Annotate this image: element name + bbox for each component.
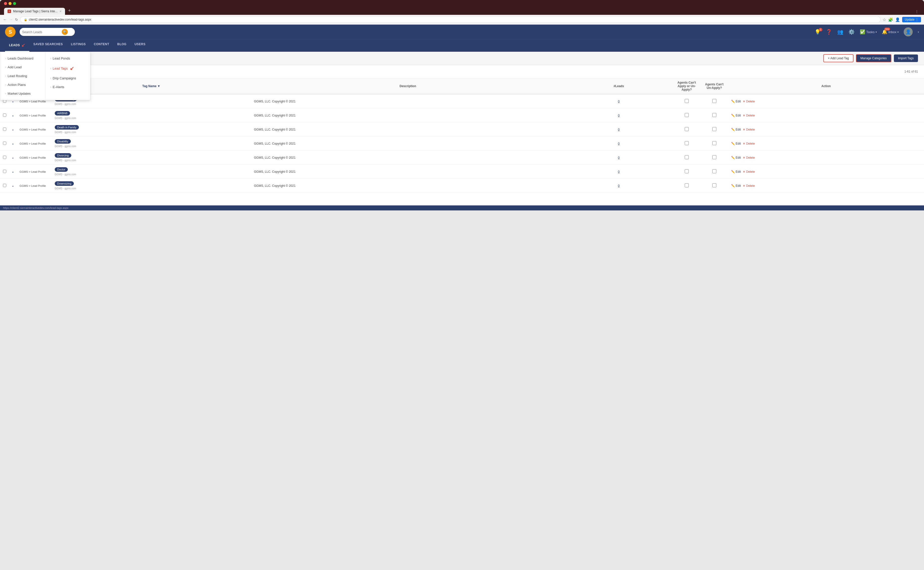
row-agents-apply-cell[interactable]	[673, 109, 700, 123]
row-agents-apply-cell[interactable]	[673, 94, 700, 109]
agents-unapply-checkbox[interactable]	[713, 99, 716, 103]
row-checkbox-cell[interactable]	[0, 179, 9, 193]
row-agents-apply-cell[interactable]	[673, 136, 700, 151]
row-checkbox-cell[interactable]	[0, 151, 9, 165]
sidebar-item-action-plans[interactable]: › Action Plans	[0, 80, 45, 89]
row-agents-unapply-cell[interactable]	[700, 165, 728, 179]
tasks-action[interactable]: ✅ Tasks ▾	[860, 29, 877, 35]
user-avatar[interactable]: 👤	[904, 28, 913, 37]
row-agents-unapply-cell[interactable]	[700, 136, 728, 151]
edit-button[interactable]: ✏️ Edit	[731, 142, 741, 146]
row-checkbox-cell[interactable]	[0, 109, 9, 123]
edit-button[interactable]: ✏️ Edit	[731, 128, 741, 131]
sidebar-item-drip-campaigns[interactable]: › Drip Campaigns	[46, 74, 90, 83]
inbox-action[interactable]: 🔔 554 Inbox ▾	[882, 29, 899, 35]
agents-unapply-checkbox[interactable]	[713, 169, 716, 173]
row-checkbox-cell[interactable]	[0, 165, 9, 179]
edit-button[interactable]: ✏️ Edit	[731, 114, 741, 117]
agents-apply-checkbox[interactable]	[685, 113, 689, 117]
leads-count[interactable]: 0	[618, 128, 620, 131]
row-leads-cell[interactable]: 0	[565, 151, 673, 165]
tab-close-icon[interactable]: ×	[60, 9, 61, 13]
row-agents-apply-cell[interactable]	[673, 123, 700, 136]
agents-unapply-checkbox[interactable]	[713, 113, 716, 117]
row-leads-cell[interactable]: 0	[565, 94, 673, 109]
row-agents-unapply-cell[interactable]	[700, 151, 728, 165]
traffic-light-red[interactable]	[4, 2, 7, 5]
leads-count[interactable]: 0	[618, 170, 620, 173]
browser-menu-icon[interactable]: ⋮	[914, 8, 920, 15]
sidebar-item-add-lead[interactable]: › Add Lead	[0, 63, 45, 72]
row-leads-cell[interactable]: 0	[565, 123, 673, 136]
header-search-box[interactable]: 🔍	[20, 28, 75, 36]
row-leads-cell[interactable]: 0	[565, 109, 673, 123]
row-agents-apply-cell[interactable]	[673, 179, 700, 193]
agents-apply-checkbox[interactable]	[685, 127, 689, 131]
row-agents-unapply-cell[interactable]	[700, 179, 728, 193]
avatar-dropdown-icon[interactable]: ▾	[918, 31, 919, 34]
row-checkbox-cell[interactable]	[0, 136, 9, 151]
help-action[interactable]: ❓	[826, 29, 832, 35]
delete-button[interactable]: ✕ Delete	[743, 156, 755, 159]
delete-button[interactable]: ✕ Delete	[743, 142, 755, 146]
lightbulb-action[interactable]: 💡 1	[815, 29, 821, 35]
edit-button[interactable]: ✏️ Edit	[731, 170, 741, 173]
nav-item-blog[interactable]: BLOG	[113, 40, 130, 52]
import-tags-button[interactable]: Import Tags	[894, 55, 918, 62]
row-leads-cell[interactable]: 0	[565, 165, 673, 179]
reload-button[interactable]: ↻	[15, 18, 18, 21]
agents-apply-checkbox[interactable]	[685, 183, 689, 187]
add-lead-tag-button[interactable]: + Add Lead Tag	[823, 54, 854, 62]
row-agents-apply-cell[interactable]	[673, 165, 700, 179]
forward-button[interactable]: →	[9, 17, 13, 22]
row-checkbox[interactable]	[3, 170, 6, 173]
delete-button[interactable]: ✕ Delete	[743, 114, 755, 117]
agents-apply-checkbox[interactable]	[685, 169, 689, 173]
sidebar-item-lead-routing[interactable]: › Lead Routing	[0, 72, 45, 80]
nav-item-listings[interactable]: LISTINGS	[67, 40, 90, 52]
browser-tab-active[interactable]: S Manage Lead Tags | Sierra Inte... ×	[4, 8, 65, 15]
nav-item-saved-searches[interactable]: SAVED SEARCHES	[29, 40, 67, 52]
agents-action[interactable]: 👥	[837, 29, 843, 35]
traffic-light-green[interactable]	[13, 2, 16, 5]
delete-button[interactable]: ✕ Delete	[743, 170, 755, 173]
traffic-light-yellow[interactable]	[9, 2, 12, 5]
nav-item-leads[interactable]: LEADS ↙	[5, 40, 29, 52]
search-input[interactable]	[22, 30, 60, 34]
row-leads-cell[interactable]: 0	[565, 136, 673, 151]
leads-count[interactable]: 0	[618, 114, 620, 117]
manage-categories-button[interactable]: Manage Categories	[856, 54, 891, 62]
update-button[interactable]: Update ⋮	[902, 17, 921, 22]
leads-count[interactable]: 0	[618, 184, 620, 188]
row-agents-unapply-cell[interactable]	[700, 109, 728, 123]
app-logo[interactable]: S	[5, 27, 15, 37]
sidebar-item-lead-tags[interactable]: › Lead Tags ↙	[46, 63, 90, 74]
agents-unapply-checkbox[interactable]	[713, 141, 716, 145]
url-bar[interactable]: 🔒 client2.sierrainteractivedev.com/lead-…	[20, 16, 881, 23]
leads-count[interactable]: 0	[618, 156, 620, 159]
row-checkbox[interactable]	[3, 184, 6, 187]
back-button[interactable]: ←	[3, 17, 7, 22]
delete-button[interactable]: ✕ Delete	[743, 184, 755, 188]
sidebar-item-leads-dashboard[interactable]: › Leads Dashboard	[0, 54, 45, 63]
agents-apply-checkbox[interactable]	[685, 155, 689, 159]
row-checkbox[interactable]	[3, 113, 6, 117]
edit-button[interactable]: ✏️ Edit	[731, 184, 741, 188]
row-checkbox[interactable]	[3, 127, 6, 131]
leads-count[interactable]: 0	[618, 100, 620, 103]
leads-count[interactable]: 0	[618, 142, 620, 146]
sidebar-item-lead-ponds[interactable]: › Lead Ponds	[46, 54, 90, 63]
agents-apply-checkbox[interactable]	[685, 141, 689, 145]
delete-button[interactable]: ✕ Delete	[743, 128, 755, 131]
row-agents-unapply-cell[interactable]	[700, 123, 728, 136]
row-checkbox[interactable]	[3, 156, 6, 159]
agents-unapply-checkbox[interactable]	[713, 127, 716, 131]
nav-item-users[interactable]: USERS	[130, 40, 150, 52]
search-submit-button[interactable]: 🔍	[62, 29, 68, 35]
agents-unapply-checkbox[interactable]	[713, 183, 716, 187]
settings-action[interactable]: ⚙️	[849, 29, 855, 35]
agents-apply-checkbox[interactable]	[685, 99, 689, 103]
nav-item-content[interactable]: CONTENT	[90, 40, 113, 52]
row-agents-apply-cell[interactable]	[673, 151, 700, 165]
bookmark-icon[interactable]: ☆	[883, 17, 886, 22]
